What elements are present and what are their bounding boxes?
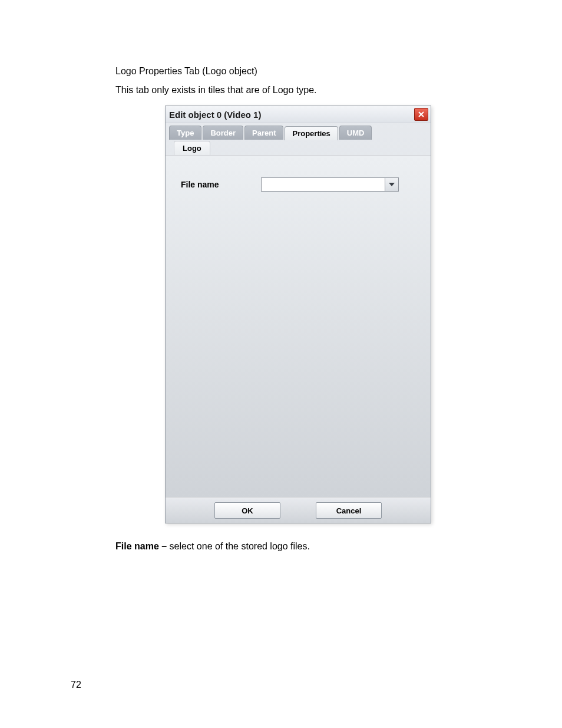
file-name-input[interactable] [261, 177, 385, 192]
file-name-row: File name [181, 177, 420, 192]
file-name-dropdown-button[interactable] [385, 177, 399, 192]
tabs-row-secondary: Logo [166, 141, 431, 156]
dialog-button-bar: OK Cancel [166, 498, 431, 523]
intro-line2: This tab only exists in tiles that are o… [115, 84, 491, 97]
intro-line1: Logo Properties Tab (Logo object) [115, 65, 491, 78]
dialog-titlebar: Edit object 0 (Video 1) [166, 106, 431, 123]
tab-umd[interactable]: UMD [339, 126, 372, 140]
cancel-button[interactable]: Cancel [316, 502, 382, 519]
tabs-row-primary: Type Border Parent Properties UMD [166, 126, 431, 140]
edit-object-dialog: Edit object 0 (Video 1) Type Border Pare… [165, 106, 431, 523]
dialog-title: Edit object 0 (Video 1) [169, 110, 414, 120]
file-name-combo[interactable] [261, 177, 399, 192]
page-number: 72 [71, 680, 81, 690]
properties-panel: File name [166, 156, 431, 498]
close-icon [418, 111, 425, 118]
tab-parent[interactable]: Parent [244, 126, 283, 140]
tab-logo[interactable]: Logo [174, 141, 210, 155]
caption-strong: File name – [115, 541, 170, 551]
tab-type[interactable]: Type [169, 126, 201, 140]
caption-text: File name – select one of the stored log… [115, 541, 491, 552]
tab-border[interactable]: Border [203, 126, 243, 140]
ok-button[interactable]: OK [214, 502, 280, 519]
svg-marker-2 [389, 183, 395, 186]
close-button[interactable] [414, 108, 428, 121]
intro-text: Logo Properties Tab (Logo object) This t… [115, 65, 491, 96]
chevron-down-icon [389, 183, 395, 186]
caption-rest: select one of the stored logo files. [170, 541, 310, 551]
file-name-label: File name [181, 180, 252, 189]
tab-properties[interactable]: Properties [285, 126, 338, 140]
